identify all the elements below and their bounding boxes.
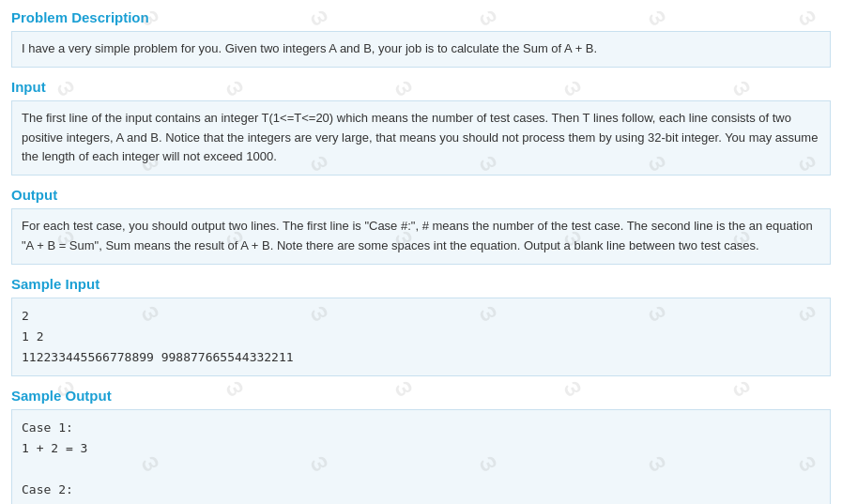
sample-output-title: Sample Output (11, 388, 831, 404)
sample-input-title: Sample Input (11, 276, 831, 292)
problem-description-section: Problem Description I have a very simple… (11, 9, 831, 68)
sample-input-body: 2 1 2 112233445566778899 998877665544332… (11, 298, 831, 376)
sample-output-section: Sample Output Case 1: 1 + 2 = 3 Case 2: … (11, 388, 831, 504)
output-body: For each test case, you should output tw… (11, 208, 831, 265)
input-title: Input (11, 79, 831, 95)
problem-description-title: Problem Description (11, 9, 831, 25)
output-section: Output For each test case, you should ou… (11, 187, 831, 265)
sample-output-body: Case 1: 1 + 2 = 3 Case 2: 11223344556677… (11, 409, 831, 504)
input-body: The first line of the input contains an … (11, 100, 831, 176)
problem-description-body: I have a very simple problem for you. Gi… (11, 31, 831, 68)
sample-input-section: Sample Input 2 1 2 112233445566778899 99… (11, 276, 831, 376)
output-title: Output (11, 187, 831, 203)
input-section: Input The first line of the input contai… (11, 79, 831, 176)
